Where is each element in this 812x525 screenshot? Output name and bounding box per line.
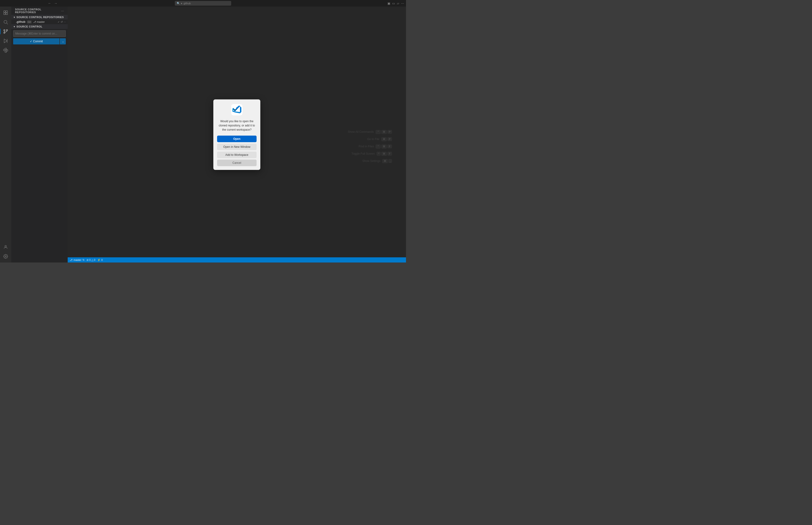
status-ports[interactable]: ⚡ 0 — [97, 258, 103, 261]
search-icon: 🔍 — [177, 2, 180, 5]
svg-rect-12 — [3, 49, 5, 50]
source-control-section-header[interactable]: ▼ SOURCE CONTROL — [11, 24, 68, 29]
commit-button[interactable]: ✓ Commit — [13, 38, 59, 44]
svg-rect-0 — [4, 11, 5, 13]
activity-bar — [0, 6, 11, 262]
forward-button[interactable]: → — [53, 1, 58, 6]
svg-rect-13 — [5, 48, 6, 49]
more-icon[interactable]: ··· — [64, 20, 66, 24]
layout-icon-1: ▣ — [387, 2, 390, 5]
repo-branch: ⎇ master — [33, 20, 45, 24]
svg-point-17 — [5, 256, 6, 257]
activity-extensions[interactable] — [1, 46, 10, 55]
repositories-section-header[interactable]: ▼ SOURCE CONTROL REPOSITORIES — [11, 15, 68, 19]
repo-name: .github — [16, 20, 25, 24]
activity-search[interactable] — [1, 18, 10, 26]
svg-point-7 — [6, 30, 8, 31]
layout-icon-3: ▱ — [397, 2, 399, 5]
commit-label: Commit — [33, 40, 43, 43]
activity-run[interactable] — [1, 37, 10, 45]
main-area: Show All Commands ⌃ ⌘ P Go to File ⌘ P F… — [68, 6, 406, 262]
svg-marker-10 — [4, 39, 7, 43]
status-branch[interactable]: ⎇ master ↻ — [70, 258, 85, 261]
status-left: ⎇ master ↻ ⊘ 0 △ 0 ⚡ 0 — [70, 258, 103, 261]
commit-check-icon: ✓ — [30, 40, 32, 43]
add-to-workspace-button[interactable]: Add to Workspace — [217, 152, 257, 158]
refresh-icon[interactable]: ↺ — [61, 20, 63, 24]
branch-icon: ⎇ — [70, 258, 73, 261]
search-bar[interactable]: 🔍 ♦ .github — [175, 1, 231, 6]
repo-badge: Git — [27, 20, 32, 24]
repos-chevron-icon: ▼ — [13, 16, 16, 18]
sync-icon: ↻ — [82, 258, 85, 261]
back-button[interactable]: ← — [47, 1, 52, 6]
layout-icon-4: ⋯ — [401, 2, 404, 5]
dialog-message: Would you like to open the cloned reposi… — [217, 119, 257, 132]
sidebar-header-title: SOURCE CONTROL REPOSITORIES — [15, 8, 60, 14]
activity-settings[interactable] — [1, 252, 10, 260]
activity-source-control[interactable] — [1, 27, 10, 36]
app-body: SOURCE CONTROL REPOSITORIES ··· ▼ SOURCE… — [0, 6, 406, 262]
sc-chevron-icon: ▼ — [13, 25, 16, 28]
commit-message-input[interactable] — [13, 30, 66, 37]
svg-point-4 — [4, 20, 7, 24]
activity-bottom — [1, 243, 10, 260]
warning-count: 0 — [94, 258, 95, 261]
vscode-icon — [231, 104, 243, 115]
svg-point-6 — [4, 30, 5, 31]
sidebar-more-button[interactable]: ··· — [60, 9, 65, 13]
nav-buttons: ← → — [47, 1, 58, 6]
dialog-overlay: Would you like to open the cloned reposi… — [68, 6, 406, 262]
ports-icon: ⚡ — [97, 258, 101, 261]
layout-icon-2: ▭ — [392, 2, 395, 5]
sidebar-header: SOURCE CONTROL REPOSITORIES ··· — [11, 6, 68, 15]
commit-dropdown-icon: ⌄ — [62, 40, 64, 43]
activity-explorer[interactable] — [1, 9, 10, 17]
sidebar: SOURCE CONTROL REPOSITORIES ··· ▼ SOURCE… — [11, 6, 68, 262]
source-control-section: ✓ Commit ⌄ — [11, 29, 68, 46]
svg-rect-3 — [6, 13, 7, 15]
repo-row[interactable]: .github Git ⎇ master ✓ ↺ ··· — [11, 19, 68, 24]
check-icon: ✓ — [58, 20, 60, 24]
title-bar: ← → 🔍 ♦ .github ▣ ▭ ▱ ⋯ — [0, 0, 406, 6]
commit-arrow-button[interactable]: ⌄ — [60, 38, 66, 44]
open-button[interactable]: Open — [217, 136, 257, 142]
sidebar-header-actions: ··· — [60, 9, 65, 13]
search-text: ♦ .github — [181, 2, 191, 5]
open-in-new-window-button[interactable]: Open in New Window — [217, 144, 257, 150]
cancel-button[interactable]: Cancel — [217, 160, 257, 166]
svg-rect-1 — [6, 11, 7, 13]
svg-line-5 — [6, 23, 8, 24]
status-bar: ⎇ master ↻ ⊘ 0 △ 0 ⚡ 0 — [68, 257, 406, 262]
ports-count: 0 — [101, 258, 103, 261]
title-bar-icons: ▣ ▭ ▱ ⋯ — [387, 2, 404, 5]
activity-account[interactable] — [1, 243, 10, 251]
status-errors[interactable]: ⊘ 0 △ 0 — [87, 258, 95, 261]
error-icon: ⊘ — [87, 258, 89, 261]
warning-icon: △ — [91, 258, 93, 261]
repo-icons: ✓ ↺ ··· — [58, 20, 66, 24]
error-count: 0 — [89, 258, 91, 261]
svg-point-16 — [5, 245, 6, 247]
repositories-section-title: SOURCE CONTROL REPOSITORIES — [16, 16, 64, 18]
dialog: Would you like to open the cloned reposi… — [213, 100, 260, 170]
svg-rect-2 — [4, 13, 5, 15]
source-control-section-title: SOURCE CONTROL — [16, 25, 43, 28]
commit-btn-row: ✓ Commit ⌄ — [13, 38, 66, 44]
svg-point-8 — [4, 32, 5, 34]
branch-name: master — [74, 258, 81, 261]
